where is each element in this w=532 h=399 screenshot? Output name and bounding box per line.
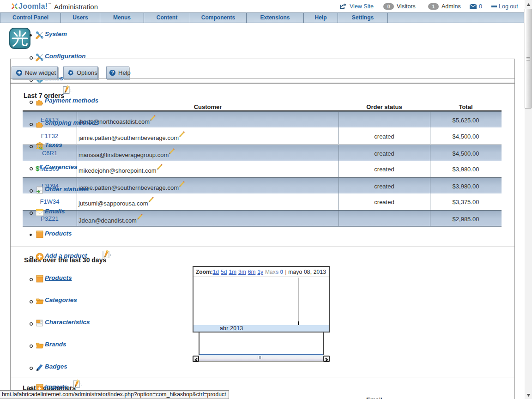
- svg-text:%: %: [39, 146, 43, 150]
- svg-text:?: ?: [111, 70, 114, 75]
- svg-text:€: €: [40, 164, 43, 170]
- svg-text:$: $: [36, 164, 40, 172]
